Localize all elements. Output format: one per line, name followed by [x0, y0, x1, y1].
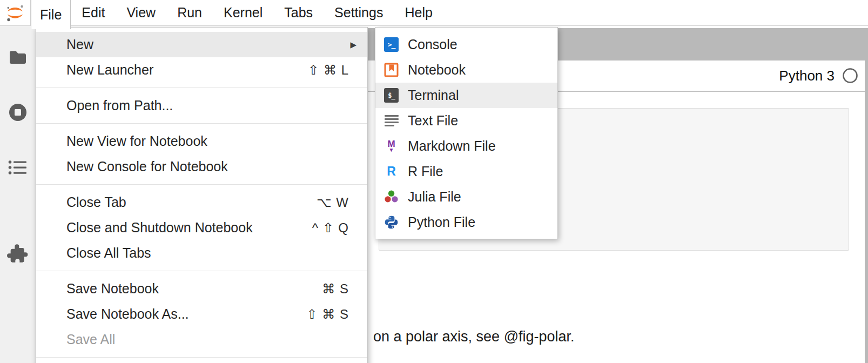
menu-divider	[36, 357, 367, 358]
menu-item-new-launcher[interactable]: New Launcher ⇧ ⌘ L	[36, 57, 367, 83]
dock-right-gutter	[865, 28, 868, 363]
menu-item-save-notebook-as[interactable]: Save Notebook As... ⇧ ⌘ S	[36, 301, 367, 327]
shortcut-label: ⌘ S	[322, 281, 349, 297]
python-icon	[384, 215, 399, 230]
kernel-name[interactable]: Python 3	[779, 68, 835, 84]
submenu-item-console[interactable]: >_ Console	[375, 32, 557, 57]
menu-item-close-tab[interactable]: Close Tab ⌥ W	[36, 190, 367, 215]
submenu-item-r-file[interactable]: R R File	[375, 159, 557, 184]
menubar-item-help[interactable]: Help	[394, 0, 443, 25]
markdown-cell-text: on a polar axis, see @fig-polar.	[373, 328, 575, 345]
menubar-item-settings[interactable]: Settings	[324, 0, 394, 25]
table-of-contents-icon[interactable]	[0, 159, 36, 176]
extensions-puzzle-icon[interactable]	[0, 243, 36, 264]
submenu-item-terminal[interactable]: $_ Terminal	[375, 83, 557, 108]
submenu-item-python-file[interactable]: Python File	[375, 210, 557, 235]
notebook-icon	[384, 63, 399, 77]
text-file-icon	[384, 113, 399, 128]
menu-item-open-from-path[interactable]: Open from Path...	[36, 93, 367, 118]
submenu-item-notebook[interactable]: Notebook	[375, 57, 557, 83]
menu-item-close-all-tabs[interactable]: Close All Tabs	[36, 240, 367, 266]
submenu-item-julia-file[interactable]: Julia File	[375, 184, 557, 210]
menu-item-save-all: Save All	[36, 327, 367, 352]
menu-item-new[interactable]: New ▶	[36, 32, 367, 57]
menu-divider	[36, 184, 367, 185]
menu-item-save-notebook[interactable]: Save Notebook ⌘ S	[36, 276, 367, 301]
menu-item-close-and-shutdown-notebook[interactable]: Close and Shutdown Notebook ^ ⇧ Q	[36, 215, 367, 240]
terminal-icon: $_	[384, 88, 399, 103]
shortcut-label: ⇧ ⌘ L	[308, 63, 349, 78]
file-browser-icon[interactable]	[0, 50, 36, 65]
menu-divider	[36, 123, 367, 124]
menubar-item-run[interactable]: Run	[166, 0, 213, 25]
menu-divider	[36, 88, 367, 88]
file-menu-dropdown: New ▶ New Launcher ⇧ ⌘ L Open from Path.…	[36, 27, 368, 363]
markdown-icon: M▼	[384, 139, 399, 153]
shortcut-label: ⇧ ⌘ S	[307, 307, 349, 322]
jupyter-logo	[0, 0, 31, 25]
menubar-item-view[interactable]: View	[116, 0, 166, 25]
shortcut-label: ⌥ W	[317, 195, 349, 210]
submenu-arrow-icon: ▶	[350, 40, 356, 50]
kernel-status-icon[interactable]	[842, 68, 858, 84]
main-menubar: File Edit View Run Kernel Tabs Settings …	[0, 0, 868, 26]
shortcut-label: ^ ⇧ Q	[312, 220, 349, 236]
menubar-items: File Edit View Run Kernel Tabs Settings …	[31, 0, 443, 25]
menubar-item-tabs[interactable]: Tabs	[273, 0, 324, 25]
menubar-item-file[interactable]: File	[31, 0, 71, 29]
menubar-item-edit[interactable]: Edit	[71, 0, 116, 25]
new-submenu: >_ Console Notebook $_ Terminal Text Fil…	[375, 27, 558, 239]
console-icon: >_	[384, 37, 399, 52]
menu-item-new-view-for-notebook[interactable]: New View for Notebook	[36, 129, 367, 154]
julia-icon	[384, 190, 399, 204]
submenu-item-text-file[interactable]: Text File	[375, 108, 557, 133]
menu-item-new-console-for-notebook[interactable]: New Console for Notebook	[36, 154, 367, 179]
running-kernels-icon[interactable]	[0, 102, 36, 123]
r-file-icon: R	[384, 164, 399, 179]
menubar-item-kernel[interactable]: Kernel	[213, 0, 273, 25]
menu-divider	[36, 271, 367, 271]
left-sidebar	[0, 25, 36, 363]
submenu-item-markdown-file[interactable]: M▼ Markdown File	[375, 133, 557, 159]
